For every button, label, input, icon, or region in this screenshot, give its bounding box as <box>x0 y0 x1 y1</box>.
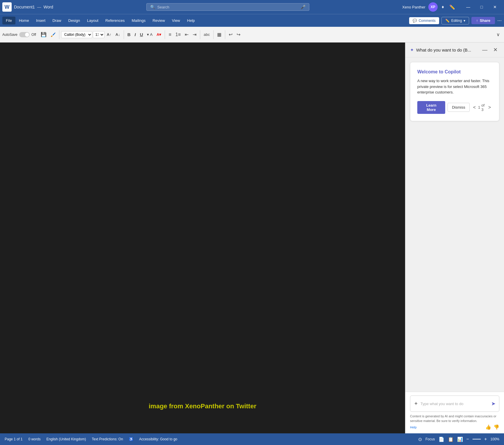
ribbon-divider-2 <box>124 30 124 39</box>
main-area: image from XenoPanther on Twitter ✦ What… <box>0 43 504 433</box>
prev-page-button[interactable]: < <box>472 104 477 111</box>
pagination: < 1 of 3 > <box>472 103 492 112</box>
next-page-button[interactable]: > <box>487 104 492 111</box>
card-actions: Learn More Dismiss < 1 of 3 > <box>417 101 492 114</box>
copilot-minimize-button[interactable]: — <box>480 46 489 54</box>
focus-button[interactable]: ⊙ <box>418 437 422 442</box>
save-icon[interactable]: 💾 <box>39 31 48 38</box>
font-size-select[interactable]: 11 <box>93 31 104 38</box>
page-current: 1 <box>478 105 480 110</box>
view-icon-2[interactable]: 📋 <box>448 437 454 442</box>
menu-layout[interactable]: Layout <box>84 17 102 24</box>
indent-increase-button[interactable]: ⇥ <box>191 31 198 38</box>
menu-help[interactable]: Help <box>184 17 198 24</box>
document-watermark: image from XenoPanther on Twitter <box>149 402 256 410</box>
numbering-button[interactable]: 1≡ <box>174 31 182 38</box>
send-button[interactable]: ➤ <box>491 400 496 407</box>
comments-icon: 💬 <box>413 19 417 23</box>
table-button[interactable]: ▦ <box>215 31 223 38</box>
bold-button[interactable]: B <box>126 31 132 38</box>
diamond-icon[interactable]: ♦ <box>441 3 445 11</box>
menu-references[interactable]: References <box>102 17 128 24</box>
window-controls: — □ ✕ <box>462 0 502 14</box>
avatar[interactable]: XP <box>428 2 438 12</box>
document-area[interactable]: image from XenoPanther on Twitter <box>0 43 405 433</box>
menu-mailings[interactable]: Mailings <box>128 17 149 24</box>
document-page: image from XenoPanther on Twitter <box>92 48 313 428</box>
highlight-button[interactable]: ▾ A <box>145 31 154 38</box>
indent-decrease-button[interactable]: ⇤ <box>183 31 190 38</box>
autosave-state: Off <box>31 33 36 37</box>
menu-file[interactable]: File <box>2 17 15 24</box>
zoom-level: 100% <box>490 437 499 441</box>
editing-icon: ✏️ <box>445 19 450 23</box>
copilot-header: ✦ What do you want to do (B... — ✕ <box>405 43 504 57</box>
view-icon-3[interactable]: 📊 <box>457 437 463 442</box>
accessibility-status: Accessibility: Good to go <box>139 437 177 441</box>
menu-bar: File Home Insert Draw Design Layout Refe… <box>0 14 504 27</box>
menu-design[interactable]: Design <box>65 17 84 24</box>
font-grow-icon[interactable]: A↑ <box>105 31 113 38</box>
underline-button[interactable]: U <box>138 31 145 38</box>
pen-icon[interactable]: ✏️ <box>448 3 456 11</box>
close-button[interactable]: ✕ <box>488 0 502 14</box>
menu-review[interactable]: Review <box>149 17 168 24</box>
zoom-in-button[interactable]: + <box>484 437 487 442</box>
toggle-knob <box>25 33 29 37</box>
zoom-out-button[interactable]: − <box>466 437 469 442</box>
maximize-button[interactable]: □ <box>475 0 488 14</box>
footer-disclaimer: Content is generated by AI and might con… <box>410 414 499 423</box>
redo-button[interactable]: ↪ <box>235 31 242 38</box>
ribbon-divider-1 <box>59 30 59 39</box>
menu-insert[interactable]: Insert <box>33 17 49 24</box>
overflow-icon[interactable]: ··· <box>497 17 502 24</box>
learn-more-button[interactable]: Learn More <box>417 101 445 114</box>
undo-button[interactable]: ↩ <box>227 31 234 38</box>
ribbon-expand-icon[interactable]: ∨ <box>495 31 502 38</box>
zoom-slider[interactable]: ━━━━ <box>473 437 481 441</box>
autosave-label: AutoSave <box>2 33 17 37</box>
view-icon-1[interactable]: 📄 <box>439 437 444 442</box>
thumbs-down-button[interactable]: 👎 <box>494 424 499 430</box>
menu-draw[interactable]: Draw <box>49 17 65 24</box>
search-box[interactable]: 🔍 🎤 <box>146 3 309 11</box>
strikethrough-button[interactable]: abc <box>202 31 212 38</box>
title-bar: W Document1 — Word 🔍 🎤 Xeno Panther XP ♦… <box>0 0 504 14</box>
user-name: Xeno Panther <box>402 5 425 9</box>
share-button[interactable]: ↑ Share <box>471 17 495 24</box>
font-color-button[interactable]: A▾ <box>155 31 163 38</box>
minimize-button[interactable]: — <box>462 0 475 14</box>
chat-input-box[interactable]: ✦ ➤ <box>410 395 499 412</box>
search-input[interactable] <box>157 5 298 9</box>
ribbon-divider-3 <box>165 30 165 39</box>
autosave-toggle[interactable] <box>19 32 30 37</box>
copilot-input-icon: ✦ <box>414 400 418 407</box>
share-icon: ↑ <box>476 18 478 23</box>
document-title: Document1 <box>14 5 35 9</box>
welcome-title: Welcome to Copilot <box>417 69 492 75</box>
menu-view[interactable]: View <box>168 17 184 24</box>
mic-icon[interactable]: 🎤 <box>301 5 306 9</box>
menu-home[interactable]: Home <box>15 17 33 24</box>
help-link[interactable]: Help <box>410 425 417 429</box>
accessibility-icon: ♿ <box>129 437 133 441</box>
font-name-select[interactable]: Calibri (Body) <box>61 31 92 38</box>
welcome-card: Welcome to Copilot A new way to work sma… <box>410 62 499 121</box>
format-painter-icon[interactable]: 🖌️ <box>49 31 57 38</box>
language: English (United Kingdom) <box>46 437 86 441</box>
comments-button[interactable]: 💬 Comments <box>409 17 439 24</box>
welcome-text: A new way to work smarter and faster. Th… <box>417 78 492 95</box>
app-name: Word <box>44 5 53 9</box>
focus-label[interactable]: Focus <box>425 437 435 441</box>
thumbs-up-button[interactable]: 👍 <box>485 424 491 430</box>
editing-button[interactable]: ✏️ Editing ▾ <box>441 17 469 24</box>
copilot-close-button[interactable]: ✕ <box>491 46 499 54</box>
italic-button[interactable]: I <box>133 31 137 38</box>
chevron-down-icon: ▾ <box>464 19 465 23</box>
text-predictions: Text Predictions: On <box>92 437 123 441</box>
dismiss-button[interactable]: Dismiss <box>448 103 470 112</box>
bullets-button[interactable]: ≡ <box>167 31 173 38</box>
chat-input[interactable] <box>420 402 489 406</box>
font-shrink-icon[interactable]: A↓ <box>114 31 122 38</box>
copilot-panel: ✦ What do you want to do (B... — ✕ Welco… <box>405 43 504 433</box>
